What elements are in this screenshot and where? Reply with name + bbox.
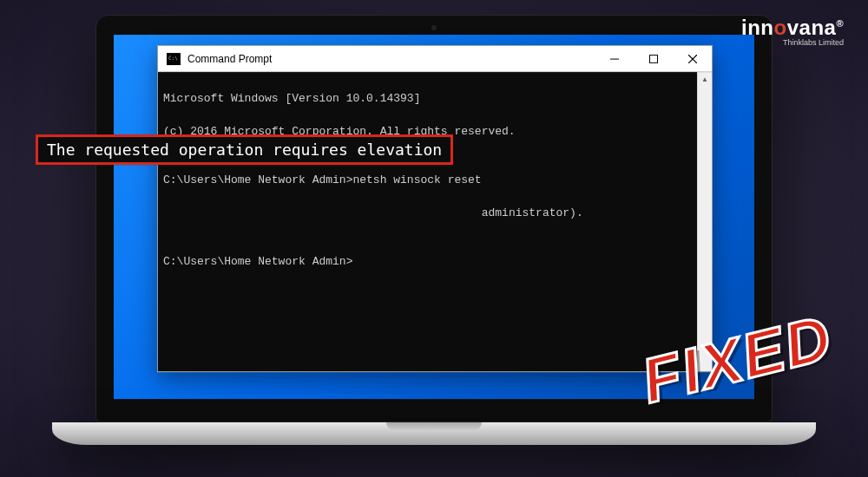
terminal-output[interactable]: Microsoft Windows [Version 10.0.14393] (… xyxy=(158,72,712,371)
typed-command: netsh winsock reset xyxy=(352,173,481,186)
terminal-line: Microsoft Windows [Version 10.0.14393] xyxy=(163,91,707,108)
command-prompt-window: Command Prompt Microsoft Windows [Ve xyxy=(157,45,713,372)
window-controls xyxy=(595,46,712,71)
laptop-base xyxy=(52,422,816,445)
minimize-button[interactable] xyxy=(595,46,634,71)
webcam-icon xyxy=(431,25,437,30)
window-titlebar[interactable]: Command Prompt xyxy=(158,46,712,72)
brand-name: innovana® xyxy=(741,16,844,40)
vertical-scrollbar[interactable]: ▲ xyxy=(697,72,712,371)
minimize-icon xyxy=(610,55,619,63)
terminal-line: administrator). xyxy=(163,206,707,222)
svg-rect-1 xyxy=(649,55,657,62)
close-button[interactable] xyxy=(673,46,712,71)
error-text: The requested operation requires elevati… xyxy=(47,140,442,159)
laptop-notch xyxy=(386,422,482,430)
brand-logo: innovana® Thinklabs Limited xyxy=(741,16,844,47)
terminal-line: C:\Users\Home Network Admin>netsh winsoc… xyxy=(163,173,707,189)
cmd-icon xyxy=(167,53,181,65)
scroll-up-icon[interactable]: ▲ xyxy=(698,72,712,87)
error-highlight: The requested operation requires elevati… xyxy=(36,134,453,165)
close-icon xyxy=(688,55,697,63)
terminal-line: C:\Users\Home Network Admin> xyxy=(163,254,707,271)
prompt-path: C:\Users\Home Network Admin> xyxy=(163,173,352,186)
prompt-path: C:\Users\Home Network Admin> xyxy=(163,255,352,268)
maximize-icon xyxy=(649,55,658,63)
maximize-button[interactable] xyxy=(634,46,673,71)
window-title: Command Prompt xyxy=(187,53,595,65)
